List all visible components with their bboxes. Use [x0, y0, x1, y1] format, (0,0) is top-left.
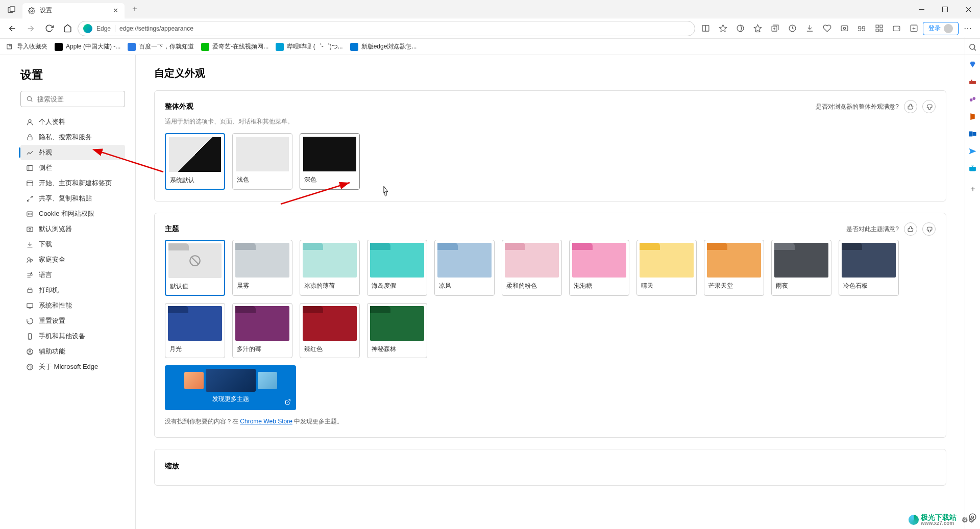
theme-option[interactable]: 凉风	[434, 240, 495, 296]
window-maximize-button[interactable]	[933, 0, 957, 18]
svg-point-10	[737, 25, 744, 32]
svg-rect-57	[969, 81, 976, 84]
refresh-button[interactable]	[41, 20, 57, 37]
discover-more-themes-button[interactable]: 发现更多主题	[165, 365, 296, 410]
nav-item-icon	[26, 363, 34, 371]
settings-search-box[interactable]	[20, 91, 125, 107]
app-icon[interactable]	[905, 20, 922, 37]
theme-preview	[303, 243, 357, 278]
watermark: 极光下载站 www.xz7.com ⚙⚙	[909, 514, 975, 526]
home-button[interactable]	[59, 20, 76, 37]
video-icon[interactable]	[968, 163, 978, 173]
svg-point-26	[27, 96, 31, 100]
split-icon[interactable]	[732, 20, 748, 37]
chrome-web-store-link[interactable]: Chrome Web Store	[240, 418, 292, 425]
downloads-icon[interactable]	[801, 20, 818, 37]
close-tab-icon[interactable]: ✕	[111, 7, 119, 15]
theme-option[interactable]: 雨夜	[771, 240, 831, 296]
appearance-option[interactable]: 浅色	[232, 133, 292, 190]
theme-option[interactable]: 晨雾	[232, 240, 292, 296]
reading-mode-icon[interactable]	[697, 20, 714, 37]
shopping-icon[interactable]	[968, 59, 978, 69]
settings-nav-item[interactable]: 重置设置	[20, 313, 125, 329]
settings-nav-item[interactable]: 隐私、搜索和服务	[20, 130, 125, 145]
theme-label: 月光	[165, 341, 225, 358]
performance-icon[interactable]	[819, 20, 835, 37]
bookmark-item[interactable]: 爱奇艺-在线视频网...	[201, 42, 268, 51]
add-sidebar-item-button[interactable]: ＋	[968, 184, 978, 194]
bookmark-label: Apple (中国大陆) -...	[66, 42, 120, 51]
theme-option[interactable]: 晴天	[636, 240, 697, 296]
theme-preview	[370, 243, 424, 278]
thumbs-up-button[interactable]	[904, 222, 917, 236]
settings-nav-item[interactable]: 关于 Microsoft Edge	[20, 359, 125, 374]
svg-point-28	[29, 119, 31, 122]
extensions-icon[interactable]	[871, 20, 887, 37]
thumbs-down-button[interactable]	[922, 100, 936, 113]
theme-option[interactable]: 泡泡糖	[569, 240, 629, 296]
settings-nav-item[interactable]: 共享、复制和粘贴	[20, 191, 125, 206]
theme-option[interactable]: 柔和的粉色	[502, 240, 562, 296]
settings-nav-item[interactable]: 开始、主页和新建标签页	[20, 175, 125, 191]
bookmark-item[interactable]: Apple (中国大陆) -...	[55, 42, 120, 51]
appearance-option[interactable]: 系统默认	[165, 133, 225, 190]
favorite-star-icon[interactable]	[715, 20, 731, 37]
settings-nav-item[interactable]: 默认浏览器	[20, 221, 125, 237]
settings-nav-item[interactable]: 个人资料	[20, 114, 125, 130]
theme-label: 雨夜	[772, 278, 831, 294]
collections-icon[interactable]	[767, 20, 783, 37]
settings-nav-item[interactable]: 辅助功能	[20, 344, 125, 359]
back-button[interactable]	[4, 20, 20, 37]
bookmark-item[interactable]: 哔哩哔哩 (゜-゜)つ...	[276, 42, 342, 51]
nav-item-label: 隐私、搜索和服务	[39, 133, 92, 142]
window-minimize-button[interactable]	[910, 0, 933, 18]
thumbs-up-button[interactable]	[904, 100, 917, 113]
drop-icon[interactable]	[968, 146, 978, 156]
svg-rect-38	[27, 227, 32, 232]
search-icon[interactable]	[968, 42, 978, 52]
games-icon[interactable]	[968, 94, 978, 104]
theme-option[interactable]: 冷色石板	[839, 240, 899, 296]
settings-nav-item[interactable]: Cookie 和网站权限	[20, 206, 125, 221]
more-menu-button[interactable]: ⋯	[960, 20, 976, 37]
favorites-icon[interactable]	[749, 20, 766, 37]
theme-option[interactable]: 神秘森林	[367, 303, 427, 358]
window-close-button[interactable]	[957, 0, 980, 18]
settings-search-input[interactable]	[37, 95, 123, 103]
settings-nav-item[interactable]: 家庭安全	[20, 252, 125, 267]
screenshot-icon[interactable]	[836, 20, 852, 37]
theme-option[interactable]: 默认值	[165, 240, 225, 296]
quote-icon[interactable]: 99	[853, 20, 870, 37]
theme-label: 辣红色	[300, 341, 359, 358]
bookmark-item[interactable]: 百度一下，你就知道	[128, 42, 194, 51]
appearance-option[interactable]: 深色	[300, 133, 360, 190]
settings-nav-item[interactable]: 下载	[20, 237, 125, 252]
theme-option[interactable]: 海岛度假	[367, 240, 427, 296]
tools-icon[interactable]	[968, 77, 978, 87]
browser-tab[interactable]: 设置 ✕	[22, 3, 125, 18]
theme-option[interactable]: 辣红色	[300, 303, 360, 358]
new-tab-button[interactable]: ＋	[128, 2, 142, 16]
note-post: 中发现更多主题。	[292, 418, 343, 425]
address-bar[interactable]: Edge edge://settings/appearance	[78, 21, 695, 36]
outlook-icon[interactable]	[968, 129, 978, 139]
settings-nav-item[interactable]: 系统和性能	[20, 298, 125, 313]
thumbs-down-button[interactable]	[922, 222, 936, 236]
theme-option[interactable]: 多汁的莓	[232, 303, 292, 358]
theme-option[interactable]: 芒果天堂	[704, 240, 764, 296]
settings-nav-item[interactable]: A语言	[20, 267, 125, 283]
theme-option[interactable]: 月光	[165, 303, 225, 358]
bookmark-item[interactable]: 新版edge浏览器怎...	[350, 42, 417, 51]
settings-nav-item[interactable]: 侧栏	[20, 160, 125, 175]
login-button[interactable]: 登录	[923, 22, 959, 35]
history-icon[interactable]	[784, 20, 800, 37]
settings-nav-item[interactable]: 手机和其他设备	[20, 329, 125, 344]
nav-item-icon: A	[26, 271, 34, 279]
theme-option[interactable]: 冰凉的薄荷	[300, 240, 360, 296]
tab-overview-icon[interactable]	[4, 3, 18, 17]
import-favorites-button[interactable]: 导入收藏夹	[6, 42, 47, 51]
settings-nav-item[interactable]: 外观	[20, 145, 125, 160]
wallet-icon[interactable]	[888, 20, 904, 37]
settings-nav-item[interactable]: 打印机	[20, 283, 125, 298]
office-icon[interactable]	[968, 111, 978, 121]
